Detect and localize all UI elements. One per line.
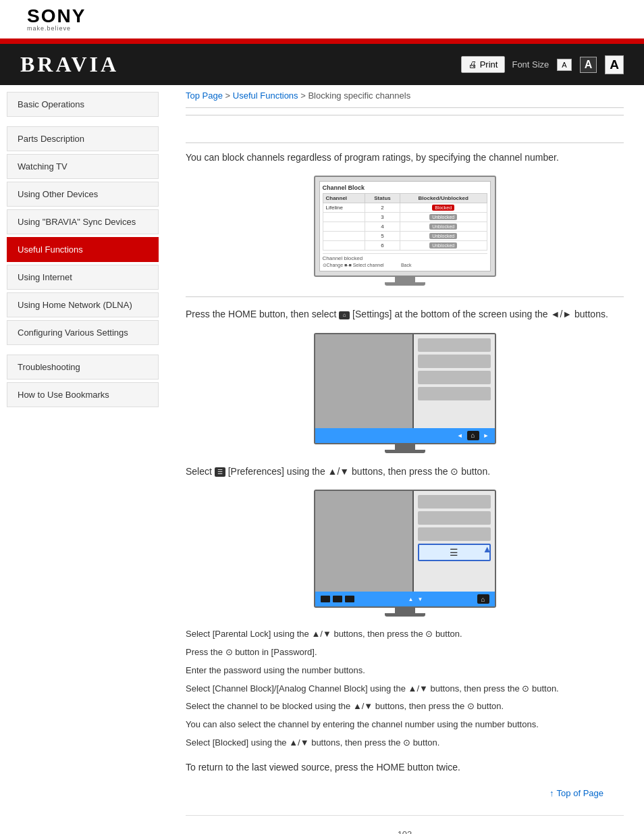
step3g-text: Select [Blocked] using the ▲/▼ buttons, …: [186, 736, 624, 750]
sidebar-item-home-network[interactable]: Using Home Network (DLNA): [7, 292, 159, 317]
divider-3: [186, 296, 624, 297]
sidebar-item-useful-functions[interactable]: Useful Functions: [7, 237, 159, 262]
sidebar-item-parts-description[interactable]: Parts Description: [7, 126, 159, 151]
main-content: Top Page > Useful Functions > Blocking s…: [165, 85, 644, 834]
divider-1: [186, 115, 624, 115]
bottom-steps: Select [Parental Lock] using the ▲/▼ but…: [186, 627, 624, 750]
closing-text: To return to the last viewed source, pre…: [186, 760, 624, 775]
top-of-page-link[interactable]: Top of Page: [557, 788, 603, 798]
sidebar-item-basic-operations[interactable]: Basic Operations: [7, 92, 159, 117]
sidebar-item-troubleshooting[interactable]: Troubleshooting: [7, 355, 159, 380]
step3b-text: Press the ⊙ button in [Password].: [186, 646, 624, 660]
red-accent-bar: [0, 38, 644, 44]
sidebar-item-bravia-sync[interactable]: Using "BRAVIA" Sync Devices: [7, 209, 159, 234]
bravia-bar: BRAVIA 🖨 Print Font Size A A A: [0, 44, 644, 85]
channel-block-screenshot: Channel Block Channel Status Blocked/Unb…: [186, 176, 624, 286]
step1-text: Press the HOME button, then select ⌂ [Se…: [186, 307, 624, 321]
breadcrumb: Top Page > Useful Functions > Blocking s…: [186, 85, 624, 108]
step3e-text: Select the channel to be blocked using t…: [186, 700, 624, 714]
step3a-text: Select [Parental Lock] using the ▲/▼ but…: [186, 627, 624, 642]
page-number: 103: [398, 829, 412, 834]
page-footer: 103: [186, 815, 624, 834]
print-button[interactable]: 🖨 Print: [461, 56, 506, 73]
breadcrumb-useful-functions[interactable]: Useful Functions: [233, 90, 298, 101]
main-layout: Basic Operations Parts Description Watch…: [0, 85, 644, 834]
sony-tagline: make.believe: [27, 26, 617, 32]
font-size-label: Font Size: [512, 59, 549, 70]
bravia-title: BRAVIA: [20, 52, 119, 77]
step2-text: Select ☰ [Preferences] using the ▲/▼ but…: [186, 464, 624, 479]
sony-logo: SONY make.believe: [27, 7, 617, 32]
bravia-controls: 🖨 Print Font Size A A A: [461, 55, 624, 74]
sidebar: Basic Operations Parts Description Watch…: [0, 85, 165, 834]
sidebar-item-using-other-devices[interactable]: Using Other Devices: [7, 182, 159, 207]
settings-screenshot: ◄ ⌂ ►: [186, 333, 624, 453]
preferences-screenshot: ☰ ▲ ▲▼ ⌂: [186, 490, 624, 617]
intro-text: You can block channels regardless of pro…: [186, 150, 624, 165]
font-size-small-button[interactable]: A: [557, 59, 571, 71]
top-header: SONY make.believe: [0, 0, 644, 38]
breadcrumb-sep1: >: [225, 90, 233, 101]
breadcrumb-sep2: >: [300, 90, 308, 101]
step3c-text: Enter the password using the number butt…: [186, 664, 624, 678]
up-arrow-icon: ↑: [549, 788, 554, 798]
font-size-large-button[interactable]: A: [605, 55, 624, 74]
sony-text: SONY: [27, 7, 617, 26]
breadcrumb-top-page[interactable]: Top Page: [186, 90, 223, 101]
step3d-text: Select [Channel Block]/[Analog Channel B…: [186, 682, 624, 696]
step3f-text: You can also select the channel by enter…: [186, 718, 624, 732]
top-of-page-section: ↑ Top of Page: [186, 781, 624, 802]
sidebar-item-bookmarks[interactable]: How to Use Bookmarks: [7, 382, 159, 407]
breadcrumb-current: Blocking specific channels: [308, 90, 410, 101]
sidebar-item-using-internet[interactable]: Using Internet: [7, 265, 159, 290]
print-icon: 🖨: [468, 59, 477, 70]
divider-2: [186, 142, 624, 143]
font-size-medium-button[interactable]: A: [580, 57, 597, 73]
sidebar-item-watching-tv[interactable]: Watching TV: [7, 154, 159, 179]
sidebar-item-configuring-settings[interactable]: Configuring Various Settings: [7, 320, 159, 345]
